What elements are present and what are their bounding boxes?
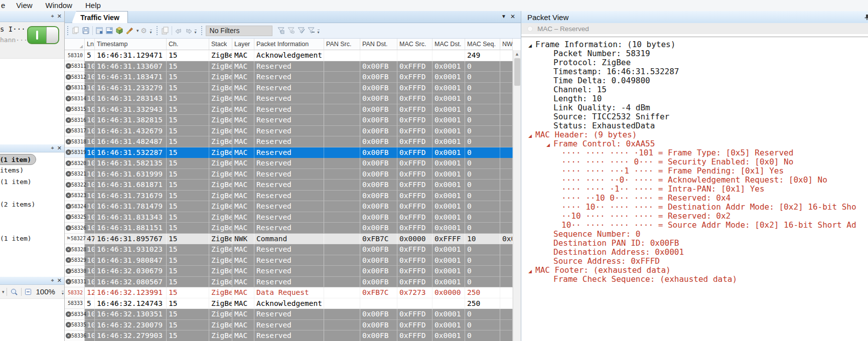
- toolbar-overflow-icon[interactable]: ▾: [318, 30, 320, 35]
- menu-item-window[interactable]: Window: [39, 0, 79, 11]
- tree-expand-icon[interactable]: ◢: [528, 41, 535, 49]
- table-row[interactable]: ✕583351016:46:32.23007915ZigBeeMACReserv…: [65, 320, 513, 331]
- column-header-ch[interactable]: Ch.: [167, 39, 209, 50]
- table-row[interactable]: ✕583221016:46:31.68187115ZigBeeMACReserv…: [65, 180, 513, 191]
- table-row[interactable]: ✕583291016:46:31.98084715ZigBeeMACReserv…: [65, 255, 513, 266]
- table-row[interactable]: ✕583231016:46:31.73167915ZigBeeMACReserv…: [65, 191, 513, 202]
- filter-apply-icon[interactable]: [297, 26, 307, 36]
- gear-icon[interactable]: ⚙: [139, 26, 149, 36]
- chevron-down-icon[interactable]: ▾: [134, 28, 139, 33]
- chevron-down-icon[interactable]: ▾: [0, 289, 5, 294]
- packet-list-icon[interactable]: [94, 26, 104, 36]
- packet-tree-line[interactable]: Protocol: ZigBee: [521, 58, 868, 67]
- capture-toggle[interactable]: [27, 26, 59, 44]
- import-arrow-icon[interactable]: [174, 26, 184, 36]
- column-header-info[interactable]: Packet Information: [254, 39, 324, 50]
- pin-icon[interactable]: ⌖: [51, 145, 54, 151]
- packet-tree-line[interactable]: ◢Frame Information: (10 bytes): [521, 40, 868, 49]
- toggle-knob[interactable]: [46, 27, 58, 43]
- packet-tree-line[interactable]: ◢Frame Control: 0xAA55: [521, 139, 868, 148]
- table-row[interactable]: 583321216:46:32.12399115ZigBeeMACData Re…: [65, 287, 513, 298]
- tree-expand-icon[interactable]: ◢: [528, 267, 535, 275]
- tree-item-count[interactable]: items): [0, 166, 24, 174]
- column-header-ln[interactable]: Ln.: [85, 39, 95, 50]
- packet-tree-line[interactable]: Destination PAN ID: 0x00FB: [521, 239, 868, 248]
- packet-tree-line[interactable]: 10·· ···· ···· ···· = Source Addr Mode: …: [521, 221, 868, 230]
- filter-remove-icon[interactable]: [307, 26, 317, 36]
- pin-icon[interactable]: ⌖: [51, 14, 54, 19]
- packet-tree-line[interactable]: ···· 10·· ···· ···· = Destination Addr M…: [521, 203, 868, 212]
- table-row[interactable]: 58310516:46:31.12947115ZigBeeMACAcknowle…: [65, 50, 513, 61]
- toolbar-grip[interactable]: [67, 26, 68, 35]
- scrollbar-thumb[interactable]: [514, 58, 520, 86]
- pin-icon[interactable]: ⌖: [51, 278, 54, 283]
- packet-tree-line[interactable]: ···· ··10 0··· ···· = Reserved: 0x4: [521, 194, 868, 203]
- packet-tree-line[interactable]: Status: ExhaustedData: [521, 121, 868, 130]
- toolbar-grip[interactable]: [157, 26, 158, 35]
- export-arrow-icon[interactable]: [184, 26, 194, 36]
- packet-tree-line[interactable]: ···· ···· ···· ·101 = Frame Type: [0x5] …: [521, 148, 868, 157]
- decode-cube-icon[interactable]: [114, 26, 124, 36]
- vertical-scrollbar[interactable]: ▲: [513, 50, 521, 341]
- tree-expand-icon[interactable]: ◢: [546, 140, 553, 148]
- table-row[interactable]: ✕583251016:46:31.83134315ZigBeeMACReserv…: [65, 212, 513, 223]
- tree-item-count[interactable]: (1 item): [0, 178, 32, 186]
- filter-add-icon[interactable]: [276, 26, 286, 36]
- column-header-nwk[interactable]: NW: [500, 39, 513, 50]
- menu-item-help[interactable]: Help: [79, 0, 107, 11]
- table-row[interactable]: ✕583131016:46:31.23327915ZigBeeMACReserv…: [65, 83, 513, 94]
- filter-edit-icon[interactable]: [286, 26, 297, 36]
- filter-input[interactable]: No Filters: [206, 26, 272, 36]
- column-header-rowheader[interactable]: ◢: [65, 39, 85, 50]
- tab-traffic-view[interactable]: Traffic View: [72, 11, 128, 23]
- packet-tree-line[interactable]: ···· ···· ·1·· ···· = Intra-PAN: [0x1] Y…: [521, 185, 868, 194]
- packet-tree-line[interactable]: ··10 ···· ···· ···· = Reserved: 0x2: [521, 212, 868, 221]
- packet-tree-line[interactable]: Channel: 15: [521, 85, 868, 94]
- column-header-mac_seq[interactable]: MAC Seq.: [465, 39, 500, 50]
- table-row[interactable]: ✕583171016:46:31.43267915ZigBeeMACReserv…: [65, 126, 513, 137]
- table-row[interactable]: ✕583191016:46:31.53228715ZigBeeMACReserv…: [65, 147, 513, 158]
- magnifier-icon[interactable]: [9, 287, 19, 297]
- packet-tree-line[interactable]: Source Address: 0xFFFD: [521, 257, 868, 266]
- tree-item-count[interactable]: (2 items): [0, 201, 35, 208]
- packet-tree-line[interactable]: ◢MAC Header: (9 bytes): [521, 130, 868, 139]
- column-header-pan_src[interactable]: PAN Src.: [324, 39, 360, 50]
- packet-detail-icon[interactable]: [104, 26, 114, 36]
- zoom-out-icon[interactable]: [24, 287, 34, 297]
- table-row[interactable]: 58333516:46:32.12474315ZigBeeMACAcknowle…: [65, 298, 513, 309]
- column-header-layer[interactable]: Layer: [232, 39, 254, 50]
- packet-tree-line[interactable]: Length: 10: [521, 94, 868, 103]
- item-count-badge[interactable]: (1 item): [0, 154, 36, 165]
- menu-item-e[interactable]: e: [0, 0, 10, 11]
- column-header-stack[interactable]: Stack: [209, 39, 232, 50]
- packet-tree-line[interactable]: ···· ···· ··0· ···· = Acknowledgement Re…: [521, 176, 868, 185]
- packet-tree-line[interactable]: Frame Check Sequence: (exhausted data): [521, 275, 868, 284]
- pin-icon[interactable]: [864, 14, 868, 22]
- packet-tree-line[interactable]: Timestamp: 16:46:31.532287: [521, 67, 868, 76]
- packet-tree-line[interactable]: Source: TICC2532 Sniffer: [521, 112, 868, 121]
- packet-tree-line[interactable]: ···· ···· ···· 0··· = Security Enabled: …: [521, 157, 868, 166]
- copy-pages-icon[interactable]: [160, 26, 170, 36]
- table-row[interactable]: ✕583341016:46:32.13035115ZigBeeMACReserv…: [65, 309, 513, 320]
- packet-tree-line[interactable]: Packet Number: 58319: [521, 49, 868, 58]
- new-document-icon[interactable]: [71, 26, 81, 36]
- highlight-brush-icon[interactable]: [124, 26, 134, 36]
- close-icon[interactable]: ✕: [57, 278, 62, 283]
- table-row[interactable]: ✕583151016:46:31.33294315ZigBeeMACReserv…: [65, 104, 513, 115]
- column-header-mac_src[interactable]: MAC Src.: [397, 39, 432, 50]
- column-header-mac_dst[interactable]: MAC Dst.: [432, 39, 465, 50]
- packet-tree-line[interactable]: Time Delta: 0.049800: [521, 76, 868, 85]
- table-row[interactable]: ✕583311016:46:32.08056715ZigBeeMACReserv…: [65, 277, 513, 288]
- close-icon[interactable]: ✕: [57, 14, 62, 19]
- table-row[interactable]: ⚑583274716:46:31.89576715ZigBeeNWKComman…: [65, 234, 513, 245]
- toolbar-overflow-icon[interactable]: ▾: [150, 30, 152, 35]
- toolbar-overflow-icon[interactable]: ▾: [195, 30, 197, 35]
- menu-item-view[interactable]: View: [10, 0, 39, 11]
- table-row[interactable]: ✕583181016:46:31.48248715ZigBeeMACReserv…: [65, 136, 513, 147]
- packet-tree-line[interactable]: Link Quality: -4 dBm: [521, 103, 868, 112]
- table-row[interactable]: ✕583141016:46:31.28314315ZigBeeMACReserv…: [65, 93, 513, 104]
- table-row[interactable]: ✕583241016:46:31.78147915ZigBeeMACReserv…: [65, 201, 513, 212]
- column-header-ts[interactable]: Timestamp: [95, 39, 167, 50]
- save-icon[interactable]: [81, 26, 91, 36]
- close-icon[interactable]: ✕: [57, 145, 62, 151]
